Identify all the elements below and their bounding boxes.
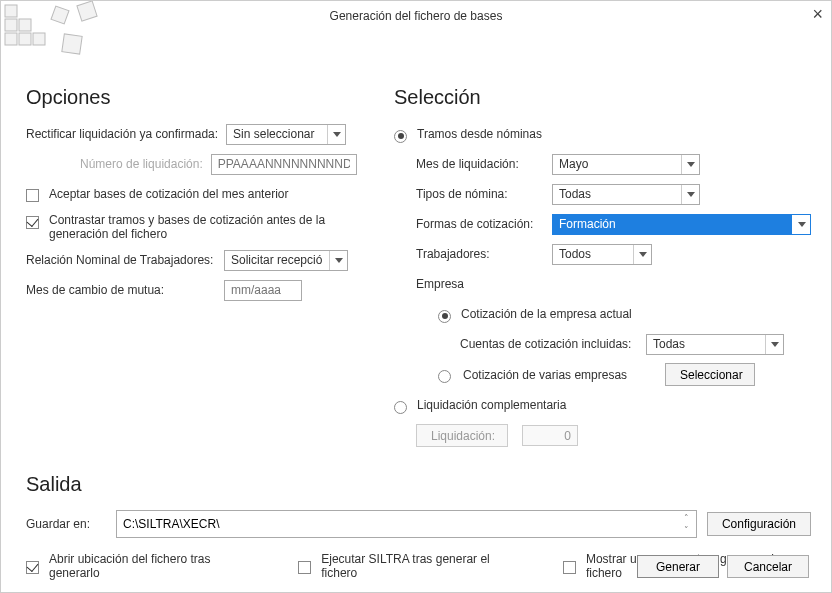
- salida-heading: Salida: [26, 473, 811, 496]
- trabajadores-value: Todos: [559, 247, 591, 261]
- cuentas-incluidas-value: Todas: [653, 337, 685, 351]
- chevron-down-icon: [329, 251, 347, 270]
- svg-rect-3: [5, 33, 17, 45]
- mes-liquidacion-label: Mes de liquidación:: [416, 157, 544, 171]
- svg-rect-4: [19, 33, 31, 45]
- path-down-icon[interactable]: ˅: [679, 524, 695, 535]
- cotizacion-varias-label: Cotización de varias empresas: [463, 368, 659, 382]
- relacion-nominal-value: Solicitar recepció: [231, 253, 322, 267]
- cancelar-button[interactable]: Cancelar: [727, 555, 809, 578]
- cotizacion-varias-radio[interactable]: [438, 370, 451, 383]
- guardar-path-input[interactable]: [116, 510, 697, 538]
- mes-cambio-label: Mes de cambio de mutua:: [26, 283, 216, 297]
- liquidacion-number: 0: [522, 425, 578, 446]
- aceptar-bases-label: Aceptar bases de cotización del mes ante…: [49, 187, 288, 201]
- chevron-down-icon: [633, 245, 651, 264]
- generar-button[interactable]: Generar: [637, 555, 719, 578]
- tipos-nomina-label: Tipos de nómina:: [416, 187, 544, 201]
- tipos-nomina-combobox[interactable]: Todas: [552, 184, 700, 205]
- mes-cambio-input[interactable]: [224, 280, 302, 301]
- liquidacion-complementaria-radio[interactable]: [394, 401, 407, 414]
- formas-cotizacion-value: Formación: [559, 217, 616, 231]
- ejecutar-siltra-checkbox[interactable]: [298, 561, 311, 574]
- relacion-nominal-combobox[interactable]: Solicitar recepció: [224, 250, 348, 271]
- tipos-nomina-value: Todas: [559, 187, 591, 201]
- window-title: Generación del fichero de bases: [330, 9, 503, 23]
- chevron-down-icon: [681, 185, 699, 204]
- trabajadores-combobox[interactable]: Todos: [552, 244, 652, 265]
- configuracion-button[interactable]: Configuración: [707, 512, 811, 536]
- empresa-label: Empresa: [416, 277, 464, 291]
- trabajadores-label: Trabajadores:: [416, 247, 544, 261]
- opciones-heading: Opciones: [26, 86, 366, 109]
- chevron-down-icon: [792, 215, 810, 234]
- rectificar-label: Rectificar liquidación ya confirmada:: [26, 127, 218, 141]
- svg-rect-5: [33, 33, 45, 45]
- cotizacion-actual-radio[interactable]: [438, 310, 451, 323]
- numero-liquidacion-label: Número de liquidación:: [80, 157, 203, 171]
- formas-cotizacion-combobox[interactable]: Formación: [552, 214, 811, 235]
- guardar-label: Guardar en:: [26, 517, 106, 531]
- close-icon[interactable]: ×: [812, 5, 823, 23]
- chevron-down-icon: [681, 155, 699, 174]
- path-up-icon[interactable]: ˄: [679, 512, 695, 523]
- abrir-ubicacion-label: Abrir ubicación del fichero tras generar…: [49, 552, 262, 580]
- liquidacion-complementaria-label: Liquidación complementaria: [417, 398, 566, 412]
- cuentas-incluidas-combobox[interactable]: Todas: [646, 334, 784, 355]
- svg-rect-8: [62, 34, 82, 54]
- formas-cotizacion-label: Formas de cotización:: [416, 217, 544, 231]
- cuentas-incluidas-label: Cuentas de cotización incluidas:: [460, 337, 638, 351]
- contrastar-label: Contrastar tramos y bases de cotización …: [49, 213, 349, 241]
- cotizacion-actual-label: Cotización de la empresa actual: [461, 307, 632, 321]
- aceptar-bases-checkbox[interactable]: [26, 189, 39, 202]
- ejecutar-siltra-label: Ejecutar SILTRA tras generar el fichero: [321, 552, 527, 580]
- contrastar-checkbox[interactable]: [26, 216, 39, 229]
- tramos-nominas-radio[interactable]: [394, 130, 407, 143]
- numero-liquidacion-input: [211, 154, 357, 175]
- seleccion-heading: Selección: [394, 86, 811, 109]
- rectificar-value: Sin seleccionar: [233, 127, 314, 141]
- rectificar-combobox[interactable]: Sin seleccionar: [226, 124, 346, 145]
- mostrar-resumen-checkbox[interactable]: [563, 561, 576, 574]
- mes-liquidacion-value: Mayo: [559, 157, 588, 171]
- chevron-down-icon: [327, 125, 345, 144]
- mes-liquidacion-combobox[interactable]: Mayo: [552, 154, 700, 175]
- chevron-down-icon: [765, 335, 783, 354]
- abrir-ubicacion-checkbox[interactable]: [26, 561, 39, 574]
- seleccionar-button[interactable]: Seleccionar: [665, 363, 755, 386]
- liquidacion-button: Liquidación:: [416, 424, 508, 447]
- relacion-nominal-label: Relación Nominal de Trabajadores:: [26, 253, 216, 267]
- tramos-nominas-label: Tramos desde nóminas: [417, 127, 542, 141]
